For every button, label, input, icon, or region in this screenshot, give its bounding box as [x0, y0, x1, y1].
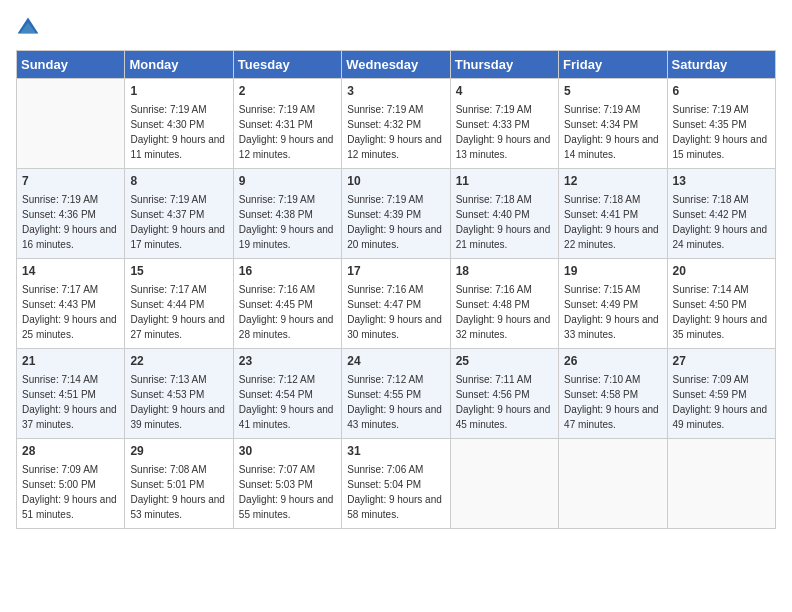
day-daylight: Daylight: 9 hours and 22 minutes.: [564, 224, 659, 250]
calendar-cell: 7 Sunrise: 7:19 AM Sunset: 4:36 PM Dayli…: [17, 169, 125, 259]
day-daylight: Daylight: 9 hours and 14 minutes.: [564, 134, 659, 160]
calendar-cell: 18 Sunrise: 7:16 AM Sunset: 4:48 PM Dayl…: [450, 259, 558, 349]
day-daylight: Daylight: 9 hours and 20 minutes.: [347, 224, 442, 250]
day-sunrise: Sunrise: 7:08 AM: [130, 464, 206, 475]
calendar-week-4: 21 Sunrise: 7:14 AM Sunset: 4:51 PM Dayl…: [17, 349, 776, 439]
day-daylight: Daylight: 9 hours and 27 minutes.: [130, 314, 225, 340]
col-friday: Friday: [559, 51, 667, 79]
day-number: 11: [456, 173, 553, 190]
day-sunset: Sunset: 4:37 PM: [130, 209, 204, 220]
calendar-cell: 30 Sunrise: 7:07 AM Sunset: 5:03 PM Dayl…: [233, 439, 341, 529]
day-sunset: Sunset: 4:39 PM: [347, 209, 421, 220]
day-daylight: Daylight: 9 hours and 35 minutes.: [673, 314, 768, 340]
day-sunset: Sunset: 4:40 PM: [456, 209, 530, 220]
day-daylight: Daylight: 9 hours and 53 minutes.: [130, 494, 225, 520]
day-number: 21: [22, 353, 119, 370]
day-sunset: Sunset: 4:34 PM: [564, 119, 638, 130]
day-sunset: Sunset: 4:42 PM: [673, 209, 747, 220]
day-number: 4: [456, 83, 553, 100]
calendar-cell: [667, 439, 775, 529]
calendar-cell: 9 Sunrise: 7:19 AM Sunset: 4:38 PM Dayli…: [233, 169, 341, 259]
day-daylight: Daylight: 9 hours and 13 minutes.: [456, 134, 551, 160]
day-number: 15: [130, 263, 227, 280]
day-daylight: Daylight: 9 hours and 39 minutes.: [130, 404, 225, 430]
calendar-cell: 17 Sunrise: 7:16 AM Sunset: 4:47 PM Dayl…: [342, 259, 450, 349]
calendar-week-5: 28 Sunrise: 7:09 AM Sunset: 5:00 PM Dayl…: [17, 439, 776, 529]
day-sunrise: Sunrise: 7:19 AM: [347, 104, 423, 115]
day-number: 30: [239, 443, 336, 460]
day-sunrise: Sunrise: 7:11 AM: [456, 374, 532, 385]
calendar-cell: 24 Sunrise: 7:12 AM Sunset: 4:55 PM Dayl…: [342, 349, 450, 439]
day-daylight: Daylight: 9 hours and 49 minutes.: [673, 404, 768, 430]
calendar-week-1: 1 Sunrise: 7:19 AM Sunset: 4:30 PM Dayli…: [17, 79, 776, 169]
day-daylight: Daylight: 9 hours and 25 minutes.: [22, 314, 117, 340]
day-number: 12: [564, 173, 661, 190]
col-wednesday: Wednesday: [342, 51, 450, 79]
day-daylight: Daylight: 9 hours and 24 minutes.: [673, 224, 768, 250]
col-saturday: Saturday: [667, 51, 775, 79]
day-sunset: Sunset: 4:41 PM: [564, 209, 638, 220]
calendar-cell: 25 Sunrise: 7:11 AM Sunset: 4:56 PM Dayl…: [450, 349, 558, 439]
day-number: 2: [239, 83, 336, 100]
col-sunday: Sunday: [17, 51, 125, 79]
day-daylight: Daylight: 9 hours and 43 minutes.: [347, 404, 442, 430]
day-daylight: Daylight: 9 hours and 51 minutes.: [22, 494, 117, 520]
day-sunset: Sunset: 5:04 PM: [347, 479, 421, 490]
calendar-cell: 27 Sunrise: 7:09 AM Sunset: 4:59 PM Dayl…: [667, 349, 775, 439]
day-daylight: Daylight: 9 hours and 47 minutes.: [564, 404, 659, 430]
day-sunset: Sunset: 4:55 PM: [347, 389, 421, 400]
day-sunset: Sunset: 5:00 PM: [22, 479, 96, 490]
day-sunset: Sunset: 4:32 PM: [347, 119, 421, 130]
calendar-cell: 16 Sunrise: 7:16 AM Sunset: 4:45 PM Dayl…: [233, 259, 341, 349]
day-sunset: Sunset: 4:54 PM: [239, 389, 313, 400]
day-daylight: Daylight: 9 hours and 17 minutes.: [130, 224, 225, 250]
day-number: 29: [130, 443, 227, 460]
day-sunset: Sunset: 4:35 PM: [673, 119, 747, 130]
calendar-cell: 29 Sunrise: 7:08 AM Sunset: 5:01 PM Dayl…: [125, 439, 233, 529]
day-daylight: Daylight: 9 hours and 12 minutes.: [239, 134, 334, 160]
day-sunrise: Sunrise: 7:14 AM: [673, 284, 749, 295]
day-sunrise: Sunrise: 7:17 AM: [130, 284, 206, 295]
day-number: 13: [673, 173, 770, 190]
day-number: 5: [564, 83, 661, 100]
day-number: 31: [347, 443, 444, 460]
day-number: 3: [347, 83, 444, 100]
calendar-cell: 5 Sunrise: 7:19 AM Sunset: 4:34 PM Dayli…: [559, 79, 667, 169]
day-sunset: Sunset: 4:43 PM: [22, 299, 96, 310]
day-sunrise: Sunrise: 7:06 AM: [347, 464, 423, 475]
day-sunrise: Sunrise: 7:19 AM: [239, 104, 315, 115]
day-sunset: Sunset: 4:36 PM: [22, 209, 96, 220]
calendar-table: Sunday Monday Tuesday Wednesday Thursday…: [16, 50, 776, 529]
day-sunset: Sunset: 4:33 PM: [456, 119, 530, 130]
day-sunrise: Sunrise: 7:12 AM: [347, 374, 423, 385]
calendar-cell: 1 Sunrise: 7:19 AM Sunset: 4:30 PM Dayli…: [125, 79, 233, 169]
day-sunrise: Sunrise: 7:16 AM: [347, 284, 423, 295]
day-daylight: Daylight: 9 hours and 55 minutes.: [239, 494, 334, 520]
day-number: 14: [22, 263, 119, 280]
day-number: 8: [130, 173, 227, 190]
calendar-cell: 22 Sunrise: 7:13 AM Sunset: 4:53 PM Dayl…: [125, 349, 233, 439]
calendar-week-2: 7 Sunrise: 7:19 AM Sunset: 4:36 PM Dayli…: [17, 169, 776, 259]
day-sunset: Sunset: 5:01 PM: [130, 479, 204, 490]
calendar-cell: 2 Sunrise: 7:19 AM Sunset: 4:31 PM Dayli…: [233, 79, 341, 169]
day-daylight: Daylight: 9 hours and 16 minutes.: [22, 224, 117, 250]
day-sunrise: Sunrise: 7:18 AM: [456, 194, 532, 205]
calendar-cell: 21 Sunrise: 7:14 AM Sunset: 4:51 PM Dayl…: [17, 349, 125, 439]
day-number: 7: [22, 173, 119, 190]
day-daylight: Daylight: 9 hours and 12 minutes.: [347, 134, 442, 160]
header-row: Sunday Monday Tuesday Wednesday Thursday…: [17, 51, 776, 79]
day-number: 27: [673, 353, 770, 370]
day-sunset: Sunset: 4:59 PM: [673, 389, 747, 400]
day-daylight: Daylight: 9 hours and 41 minutes.: [239, 404, 334, 430]
calendar-cell: 11 Sunrise: 7:18 AM Sunset: 4:40 PM Dayl…: [450, 169, 558, 259]
calendar-cell: 19 Sunrise: 7:15 AM Sunset: 4:49 PM Dayl…: [559, 259, 667, 349]
day-sunset: Sunset: 4:49 PM: [564, 299, 638, 310]
day-sunset: Sunset: 4:45 PM: [239, 299, 313, 310]
day-sunrise: Sunrise: 7:07 AM: [239, 464, 315, 475]
calendar-cell: 8 Sunrise: 7:19 AM Sunset: 4:37 PM Dayli…: [125, 169, 233, 259]
day-number: 26: [564, 353, 661, 370]
day-sunset: Sunset: 4:53 PM: [130, 389, 204, 400]
day-sunrise: Sunrise: 7:19 AM: [347, 194, 423, 205]
day-number: 16: [239, 263, 336, 280]
calendar-cell: 28 Sunrise: 7:09 AM Sunset: 5:00 PM Dayl…: [17, 439, 125, 529]
